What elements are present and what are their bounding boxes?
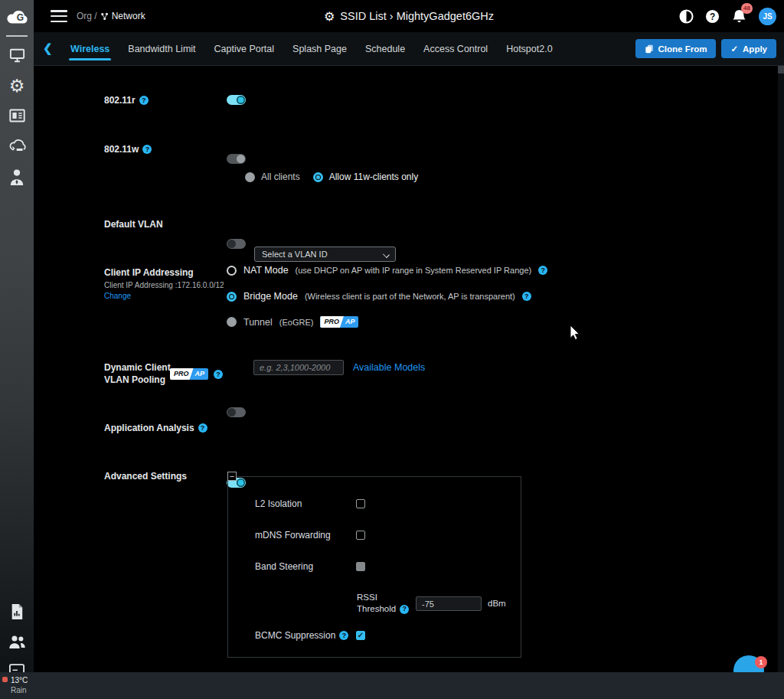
l2-isolation-checkbox[interactable] bbox=[356, 499, 365, 508]
weather-condition: Rain bbox=[11, 685, 28, 695]
vlan-pooling-label: Dynamic Client VLAN Pooling bbox=[104, 362, 171, 385]
all-clients-label: All clients bbox=[261, 171, 300, 182]
bcmc-suppression-checkbox[interactable]: ✓ bbox=[356, 631, 365, 640]
mdns-forwarding-checkbox[interactable] bbox=[356, 531, 365, 540]
apply-button[interactable]: ✓ Apply bbox=[721, 39, 776, 58]
newspaper-icon[interactable] bbox=[0, 107, 34, 124]
ssid-gear-icon: ⚙ bbox=[324, 9, 335, 24]
chevron-down-icon bbox=[383, 251, 390, 258]
tab-access-control[interactable]: Access Control bbox=[414, 32, 497, 66]
mouse-cursor bbox=[570, 325, 580, 343]
weather-temp: 13°C bbox=[11, 675, 28, 685]
default-vlan-toggle[interactable] bbox=[227, 239, 246, 249]
band-steering-checkbox[interactable] bbox=[356, 562, 365, 571]
cloud-logo-icon[interactable]: G bbox=[0, 5, 34, 29]
help-icon[interactable]: ? bbox=[142, 145, 152, 154]
l2-isolation-label: L2 Isolation bbox=[255, 498, 302, 509]
back-chevron-icon[interactable]: ❮ bbox=[43, 41, 53, 55]
scrollbar-thumb[interactable] bbox=[778, 66, 784, 73]
svg-text:?: ? bbox=[710, 11, 715, 21]
help-icon[interactable]: ? bbox=[139, 96, 149, 105]
svg-text:G: G bbox=[17, 12, 24, 23]
rssi-threshold-input[interactable] bbox=[416, 596, 482, 611]
all-clients-radio[interactable] bbox=[245, 172, 255, 182]
team-icon[interactable] bbox=[0, 633, 34, 650]
help-icon[interactable]: ? bbox=[214, 370, 223, 379]
client-ip-label: Client IP Addressing bbox=[104, 267, 225, 278]
tab-hotspot20[interactable]: Hotspot2.0 bbox=[497, 32, 561, 66]
help-icon[interactable]: ? bbox=[705, 9, 720, 24]
avatar[interactable]: JS bbox=[759, 8, 776, 25]
sidebar-divider bbox=[6, 35, 28, 37]
dot11r-label: 802.11r? bbox=[104, 95, 149, 106]
tab-bandwidth-limit[interactable]: Bandwidth Limit bbox=[119, 32, 204, 66]
client-ip-block: Client IP Addressing Client IP Addressin… bbox=[104, 267, 225, 300]
pro-ap-badge: PROAP bbox=[320, 316, 358, 328]
collapse-minus-icon[interactable]: − bbox=[227, 472, 237, 481]
tunnel-row: Tunnel (EoGRE) PROAP bbox=[227, 316, 358, 328]
available-models-link[interactable]: Available Models bbox=[353, 362, 425, 373]
page-title-text: SSID List › MightyGadget6GHz bbox=[340, 10, 494, 22]
weather-icon bbox=[2, 677, 8, 682]
bridge-mode-desc: (Wireless client is part of the Network,… bbox=[305, 292, 515, 301]
tab-schedule[interactable]: Schedule bbox=[356, 32, 414, 66]
help-icon[interactable]: ? bbox=[339, 631, 348, 640]
copy-icon bbox=[645, 44, 654, 54]
tunnel-label: Tunnel bbox=[243, 317, 273, 328]
tab-wireless[interactable]: Wireless bbox=[61, 32, 119, 66]
tabs: Wireless Bandwidth Limit Captive Portal … bbox=[61, 32, 562, 66]
help-icon[interactable]: ? bbox=[400, 605, 409, 614]
cloud-sync-icon[interactable] bbox=[0, 136, 34, 155]
sidebar: G ⚙ bbox=[0, 0, 34, 699]
dot11r-toggle[interactable] bbox=[227, 95, 246, 105]
bridge-mode-label: Bridge Mode bbox=[243, 291, 298, 302]
tunnel-radio[interactable] bbox=[227, 317, 237, 327]
nat-mode-radio[interactable] bbox=[227, 266, 237, 276]
header-icons: ? 48 JS bbox=[679, 0, 776, 32]
allow-11w-only-radio[interactable] bbox=[313, 172, 323, 182]
person-icon[interactable] bbox=[0, 167, 34, 187]
nat-mode-row: NAT Mode (use DHCP on AP with IP range i… bbox=[227, 265, 547, 276]
advanced-settings-label: Advanced Settings bbox=[104, 471, 187, 482]
band-steering-label: Band Steering bbox=[255, 561, 313, 572]
bridge-mode-row: Bridge Mode (Wireless client is part of … bbox=[227, 291, 531, 302]
bridge-mode-radio[interactable] bbox=[227, 292, 237, 302]
clone-from-button[interactable]: Clone From bbox=[635, 39, 717, 58]
tab-splash-page[interactable]: Splash Page bbox=[283, 32, 356, 66]
allow-11w-only-label: Allow 11w-clients only bbox=[329, 171, 419, 182]
taskbar: 13°C Rain bbox=[0, 672, 784, 699]
check-icon: ✓ bbox=[730, 44, 738, 54]
help-icon[interactable]: ? bbox=[522, 292, 531, 301]
vlan-pooling-input[interactable] bbox=[253, 360, 344, 375]
nat-mode-desc: (use DHCP on AP with IP range in System … bbox=[296, 266, 532, 275]
default-vlan-label: Default VLAN bbox=[104, 219, 163, 230]
tab-actions: Clone From ✓ Apply bbox=[635, 39, 776, 58]
rssi-unit-label: dBm bbox=[488, 599, 506, 608]
dot11w-label: 802.11w? bbox=[104, 144, 152, 155]
vlan-id-select[interactable]: Select a VLAN ID bbox=[254, 247, 396, 262]
dot11w-toggle[interactable] bbox=[227, 154, 246, 164]
theme-contrast-icon[interactable] bbox=[679, 9, 694, 24]
help-icon[interactable]: ? bbox=[538, 266, 547, 275]
weather-widget[interactable]: 13°C Rain bbox=[11, 675, 28, 695]
help-icon[interactable]: ? bbox=[198, 423, 207, 433]
notification-bell-icon[interactable]: 48 bbox=[731, 8, 747, 24]
top-header: Org / Network ⚙ SSID List › MightyGadget… bbox=[34, 0, 784, 32]
tab-bar: ❮ Wireless Bandwidth Limit Captive Porta… bbox=[34, 32, 784, 66]
chat-notification-badge: 1 bbox=[755, 656, 767, 668]
gear-icon[interactable]: ⚙ bbox=[0, 76, 34, 96]
mdns-forwarding-label: mDNS Forwarding bbox=[255, 530, 331, 541]
tab-captive-portal[interactable]: Captive Portal bbox=[205, 32, 284, 66]
notification-badge: 48 bbox=[741, 3, 753, 14]
monitor-icon[interactable] bbox=[0, 46, 34, 64]
tunnel-desc: (EoGRE) bbox=[279, 318, 314, 327]
app-analysis-label: Application Analysis? bbox=[104, 423, 207, 433]
scrollbar-track[interactable] bbox=[778, 66, 784, 672]
rssi-threshold-label: RSSI Threshold? bbox=[357, 592, 409, 615]
vlan-pooling-toggle[interactable] bbox=[227, 407, 246, 417]
vlan-pooling-badge-row: PROAP ? bbox=[170, 368, 223, 380]
change-link[interactable]: Change bbox=[104, 292, 225, 300]
report-icon[interactable] bbox=[0, 603, 34, 621]
client-ip-range: Client IP Addressing :172.16.0.0/12 bbox=[104, 281, 225, 289]
dot11w-client-options: All clients Allow 11w-clients only bbox=[245, 171, 418, 182]
